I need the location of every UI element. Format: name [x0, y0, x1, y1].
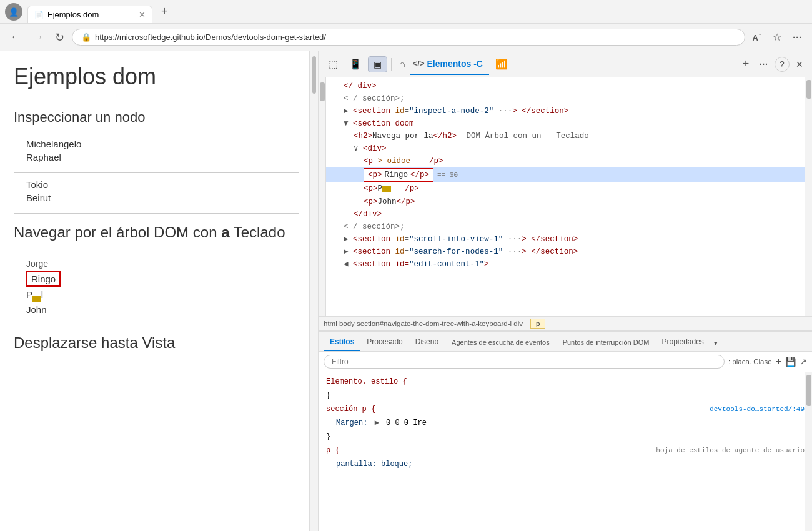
- dom-line-close-div[interactable]: </ div>: [326, 80, 812, 92]
- devtools-toolbar: ⬚ 📱 ▣ ⌂ </> Elementos -C 📶 + ··· ? ✕: [319, 51, 812, 77]
- user-avatar: 👤: [5, 3, 22, 21]
- filter-export-icon[interactable]: ↗: [800, 357, 807, 367]
- divider-1: [14, 99, 299, 99]
- rule-seccion-p-margin: Margen: ▶ 0 0 0 Ire: [319, 416, 812, 430]
- item-tokio: Tokio: [26, 179, 299, 190]
- agent-stylesheet-label: hoja de estilos de agente de usuario: [656, 445, 805, 456]
- rule-element-style: Elemento. estilo {: [319, 375, 812, 389]
- styles-content: Elemento. estilo { } sección p { devtool…: [319, 372, 812, 531]
- read-aloud-button[interactable]: A↑: [749, 29, 766, 45]
- main-area: Ejemplos dom Inspeccionar un nodo Michel…: [0, 51, 812, 531]
- dom-line-p-oidoe[interactable]: <p > oidoe /p>: [326, 155, 812, 167]
- tab-estilos[interactable]: Estilos: [324, 334, 360, 351]
- rule-seccion-p-link[interactable]: devtools-do…started/:49: [710, 404, 805, 415]
- breadcrumb-path: html body section#navigate-the-dom-tree-…: [324, 320, 523, 327]
- webpage-panel: Ejemplos dom Inspeccionar un nodo Michel…: [0, 51, 319, 531]
- forward-button[interactable]: →: [29, 28, 47, 46]
- tab-title: Ejemplos dom: [47, 10, 99, 19]
- dom-left-scroll-thumb[interactable]: [320, 82, 325, 101]
- section-inspect-heading: Inspeccionar un nodo: [14, 109, 299, 126]
- section-scroll-heading: Desplazarse hasta Vista: [14, 334, 299, 352]
- reload-button[interactable]: ↻: [51, 28, 68, 47]
- webpage-scroll-thumb[interactable]: [312, 56, 316, 94]
- dom-left-scroll[interactable]: [319, 77, 326, 316]
- dom-line-section-doom-open[interactable]: ▼ <section doom: [326, 117, 812, 130]
- dom-line-p-ringo-selected[interactable]: <p>Ringo</p> == $0: [326, 167, 812, 182]
- rule-element-style-close: }: [319, 389, 812, 402]
- divider-2: [14, 132, 299, 132]
- dom-right-scrollbar[interactable]: [805, 77, 812, 316]
- address-bar[interactable]: 🔒 https://microsoftedge.github.io/Demos/…: [72, 29, 745, 46]
- styles-scroll-thumb[interactable]: [806, 375, 811, 406]
- dom-line-section-edit[interactable]: ◀ <section id="edit-content-1">: [326, 258, 812, 270]
- tab-dropdown-icon[interactable]: ▾: [711, 335, 720, 351]
- more-button[interactable]: ···: [789, 30, 806, 45]
- rule-seccion-p: sección p { devtools-do…started/:49: [319, 402, 812, 416]
- dom-right-scroll-thumb[interactable]: [806, 80, 811, 99]
- dt-more-button[interactable]: ···: [755, 57, 772, 72]
- section-keyboard-heading: Navegar por el árbol DOM con a Teclado: [14, 222, 299, 242]
- dom-line-close-seccion2[interactable]: < / sección>;: [326, 221, 812, 233]
- rule-p-display: pantalla: bloque;: [319, 457, 812, 471]
- item-michelangelo: Michelangelo: [26, 139, 299, 149]
- dt-help-button[interactable]: ?: [775, 57, 790, 72]
- tab-procesado[interactable]: Procesado: [360, 334, 408, 351]
- breadcrumb-bar: html body section#navigate-the-dom-tree-…: [319, 316, 812, 331]
- dom-line-p-john[interactable]: <p>John</p>: [326, 196, 812, 208]
- url-text: https://microsoftedge.github.io/Demos/de…: [95, 32, 736, 42]
- dom-line-div-close[interactable]: </div>: [326, 208, 812, 221]
- nav-bar: ← → ↻ 🔒 https://microsoftedge.github.io/…: [0, 24, 812, 51]
- filter-class-label: : placa. Clase: [728, 358, 772, 365]
- styles-right-scrollbar[interactable]: [805, 372, 812, 531]
- tab-dom-breakpoints[interactable]: Puntos de interrupción DOM: [557, 335, 656, 351]
- rule-seccion-p-close: }: [319, 430, 812, 444]
- new-tab-button[interactable]: +: [155, 1, 174, 22]
- dom-line-h2-navega[interactable]: <h2>Navega por la</h2> DOM Árbol con un …: [326, 130, 812, 142]
- dt-tab-label: Elementos -C: [427, 59, 482, 69]
- item-beirut: Beirut: [26, 192, 299, 203]
- dom-line-close-section[interactable]: < / sección>;: [326, 92, 812, 105]
- tab-doc-icon: 📄: [34, 11, 44, 19]
- dom-line-section-scroll[interactable]: ▶ <section id="scroll-into-view-1" ···> …: [326, 233, 812, 246]
- inspect-element-button[interactable]: ⬚: [324, 56, 343, 72]
- divider-4: [14, 213, 299, 214]
- dt-active-tab[interactable]: </> Elementos -C: [410, 54, 489, 75]
- dom-line-div-open[interactable]: ∨ <div>: [326, 142, 812, 155]
- webpage-scrollbar[interactable]: [309, 51, 318, 531]
- page-title: Ejemplos dom: [14, 64, 299, 90]
- divider-6: [14, 325, 299, 325]
- dt-elements-icon: </>: [413, 59, 425, 68]
- divider-3: [14, 172, 299, 173]
- tab-event-listeners[interactable]: Agentes de escucha de eventos: [445, 335, 557, 351]
- lock-icon: 🔒: [81, 32, 91, 42]
- dt-separator-1: [391, 58, 392, 71]
- item-jorge: Jorge: [26, 259, 299, 269]
- breadcrumb-p-tag: p: [530, 319, 545, 329]
- favorites-button[interactable]: ☆: [769, 29, 785, 46]
- tab-diseno[interactable]: Diseño: [409, 334, 445, 351]
- dt-home-button[interactable]: ⌂: [395, 56, 409, 72]
- back-button[interactable]: ←: [6, 28, 25, 46]
- browser-tab[interactable]: 📄 Ejemplos dom ✕: [27, 6, 152, 23]
- tab-close-icon[interactable]: ✕: [139, 10, 146, 19]
- device-emulation-button[interactable]: 📱: [344, 56, 367, 72]
- dom-line-section-search[interactable]: ▶ <section id="search-for-nodes-1" ···> …: [326, 246, 812, 258]
- dt-close-button[interactable]: ✕: [792, 57, 807, 72]
- filter-add-icon[interactable]: +: [776, 356, 781, 367]
- dt-wifi-icon: 📶: [495, 58, 508, 70]
- browser-window: 👤 📄 Ejemplos dom ✕ + ← → ↻ 🔒 https://mic…: [0, 0, 812, 531]
- dt-add-button[interactable]: +: [739, 55, 753, 73]
- devtools-panel: ⬚ 📱 ▣ ⌂ </> Elementos -C 📶 + ··· ? ✕: [319, 51, 812, 531]
- panel-mode-button[interactable]: ▣: [368, 56, 387, 72]
- lower-panel: Estilos Procesado Diseño Agentes de escu…: [319, 331, 812, 531]
- filter-input[interactable]: [324, 355, 725, 369]
- tab-properties[interactable]: Propiedades: [655, 334, 710, 351]
- filter-save-icon[interactable]: 💾: [785, 357, 796, 367]
- filter-row: : placa. Clase + 💾 ↗: [319, 352, 812, 372]
- dom-line-p-pau[interactable]: <p>PAu /p>: [326, 182, 812, 196]
- item-raphael: Raphael: [26, 152, 299, 162]
- dom-area: </ div> < / sección>; ▶ <section id="ins…: [319, 77, 812, 316]
- tab-bar: 👤 📄 Ejemplos dom ✕ +: [0, 0, 812, 24]
- dom-line-section-inspect[interactable]: ▶ <section id="inspect-a-node-2" ···> </…: [326, 105, 812, 117]
- item-ringo-highlighted: Ringo: [26, 271, 61, 287]
